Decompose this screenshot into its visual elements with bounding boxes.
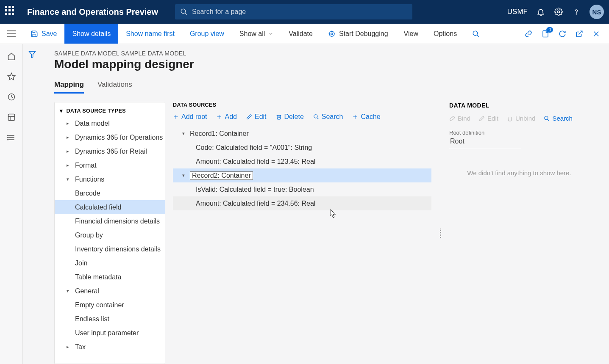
caret-down-icon[interactable]: ▾ <box>181 173 186 178</box>
user-avatar[interactable]: NS <box>590 5 604 19</box>
close-icon[interactable] <box>592 30 601 38</box>
ds-tree-item[interactable]: ▾Record1: Container <box>173 127 431 141</box>
group-view-button[interactable]: Group view <box>182 24 232 44</box>
search-icon <box>472 30 480 38</box>
tree-item[interactable]: Table metadata <box>55 270 165 284</box>
data-sources-panel: DATA SOURCES Add root Add Edit Delete Se… <box>173 102 431 364</box>
tree-item[interactable]: ▸Tax <box>55 340 165 354</box>
caret-down-icon[interactable]: ▾ <box>181 131 186 136</box>
tree-item[interactable]: ▸Format <box>55 158 165 172</box>
tree-item[interactable]: Financial dimensions details <box>55 214 165 228</box>
ds-tree-item[interactable]: Amount: Calculated field = 123.45: Real <box>173 154 431 168</box>
global-search-input[interactable] <box>192 8 407 16</box>
edit-dm-button[interactable]: Edit <box>479 115 498 122</box>
brand-title: Finance and Operations Preview <box>27 7 158 17</box>
svg-line-36 <box>548 119 549 121</box>
start-debugging-button[interactable]: Start Debugging <box>320 24 396 44</box>
caret-down-icon[interactable]: ▾ <box>65 176 71 182</box>
caret-down-icon[interactable]: ▾ <box>65 288 71 294</box>
cache-button[interactable]: Cache <box>352 113 380 121</box>
search-command-button[interactable] <box>464 24 487 44</box>
tree-item[interactable]: ▸Dynamics 365 for Retail <box>55 144 165 158</box>
global-search[interactable] <box>175 4 412 19</box>
ds-tree-item[interactable]: Amount: Calculated field = 234.56: Real <box>173 196 431 210</box>
tree-item[interactable]: ▾Functions <box>55 172 165 186</box>
search-button[interactable]: Search <box>313 113 343 121</box>
edit-button[interactable]: Edit <box>246 113 267 121</box>
tabs: Mapping Validations <box>54 80 609 94</box>
caret-down-icon[interactable]: ▾ <box>60 108 63 114</box>
topbar: Finance and Operations Preview USMF NS <box>0 0 609 24</box>
tab-validations[interactable]: Validations <box>97 80 132 94</box>
root-definition-value[interactable]: Root <box>449 136 521 148</box>
tree-item[interactable]: User input parameter <box>55 326 165 340</box>
svg-point-5 <box>329 31 334 36</box>
recent-clock-icon[interactable] <box>7 92 16 102</box>
bind-button[interactable]: Bind <box>449 115 470 122</box>
data-model-header: DATA MODEL <box>449 102 589 109</box>
caret-right-icon[interactable]: ▸ <box>65 135 71 140</box>
app-launcher-icon[interactable] <box>5 6 17 18</box>
svg-point-31 <box>314 115 317 118</box>
splitter[interactable] <box>439 102 442 364</box>
filter-icon[interactable] <box>28 50 36 364</box>
favorites-star-icon[interactable] <box>7 72 16 81</box>
tree-item-label: General <box>75 287 99 295</box>
ds-tree-item-label: Record1: Container <box>190 130 249 138</box>
tree-item-label: Dynamics 365 for Retail <box>75 148 147 155</box>
tree-item[interactable]: Endless list <box>55 312 165 326</box>
tree-item[interactable]: Calculated field <box>55 200 165 214</box>
tree-item[interactable]: Inventory dimensions details <box>55 242 165 256</box>
unbind-button[interactable]: Unbind <box>507 115 536 122</box>
options-menu[interactable]: Options <box>426 24 464 44</box>
page-title: Model mapping designer <box>54 58 609 71</box>
validate-button[interactable]: Validate <box>281 24 320 44</box>
tree-item[interactable]: ▸Data model <box>55 116 165 130</box>
svg-marker-15 <box>8 73 15 80</box>
ds-tree-item[interactable]: IsValid: Calculated field = true: Boolea… <box>173 182 431 196</box>
ds-tree-item[interactable]: ▾Record2: Container <box>173 168 431 182</box>
caret-right-icon[interactable]: ▸ <box>65 163 71 168</box>
link-icon[interactable] <box>524 30 533 38</box>
show-name-first-button[interactable]: Show name first <box>118 24 182 44</box>
tree-item[interactable]: ▸Dynamics 365 for Operations <box>55 130 165 144</box>
view-menu[interactable]: View <box>396 24 426 44</box>
tree-item[interactable]: Join <box>55 256 165 270</box>
caret-right-icon[interactable]: ▸ <box>65 149 71 154</box>
show-details-button[interactable]: Show details <box>64 24 118 44</box>
modules-icon[interactable] <box>7 133 16 142</box>
hamburger-icon[interactable] <box>7 30 16 37</box>
delete-button[interactable]: Delete <box>276 113 304 121</box>
tree-item[interactable]: Empty container <box>55 298 165 312</box>
ds-tree-item[interactable]: Code: Calculated field = "A001": String <box>173 141 431 154</box>
add-button[interactable]: Add <box>216 113 236 121</box>
help-icon[interactable] <box>572 7 581 17</box>
tree-item[interactable]: Barcode <box>55 186 165 200</box>
svg-point-24 <box>7 137 8 138</box>
caret-right-icon[interactable]: ▸ <box>65 344 71 350</box>
home-icon[interactable] <box>7 52 16 61</box>
tree-item-label: Functions <box>75 176 104 183</box>
svg-point-35 <box>545 116 548 119</box>
settings-gear-icon[interactable] <box>554 7 563 17</box>
popout-icon[interactable] <box>575 30 584 38</box>
caret-right-icon[interactable]: ▸ <box>65 121 71 126</box>
svg-point-2 <box>558 11 560 13</box>
search-dm-button[interactable]: Search <box>544 115 573 122</box>
search-icon <box>180 8 188 16</box>
tree-item[interactable]: ▾General <box>55 284 165 298</box>
company-code[interactable]: USMF <box>507 8 528 16</box>
tree-item[interactable]: Group by <box>55 228 165 242</box>
svg-line-12 <box>579 31 582 34</box>
add-root-button[interactable]: Add root <box>173 113 207 121</box>
show-all-dropdown[interactable]: Show all <box>232 24 281 44</box>
workspaces-icon[interactable] <box>7 113 16 122</box>
save-button[interactable]: Save <box>23 24 64 44</box>
document-icon[interactable]: 0 <box>541 30 550 38</box>
notifications-icon[interactable] <box>536 7 545 17</box>
svg-point-4 <box>331 33 333 35</box>
refresh-icon[interactable] <box>558 30 567 38</box>
tab-mapping[interactable]: Mapping <box>54 80 84 94</box>
tree-item-label: Data model <box>75 120 110 127</box>
svg-marker-26 <box>29 51 36 58</box>
